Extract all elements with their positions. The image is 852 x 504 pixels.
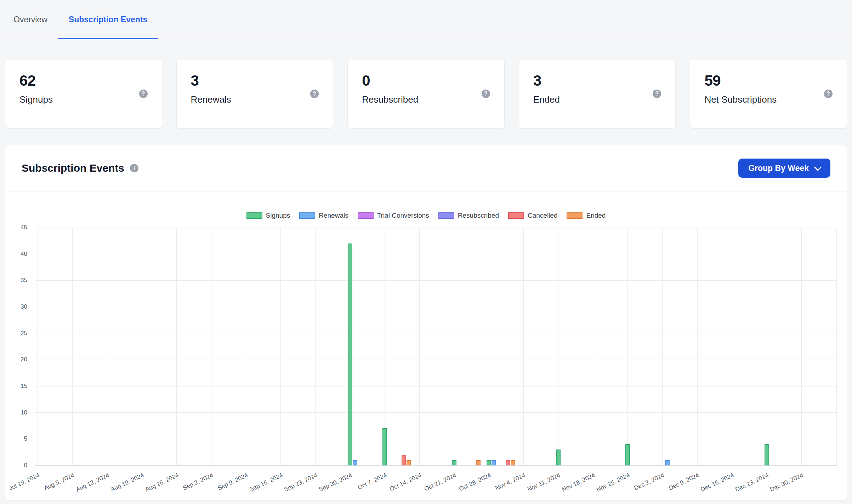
y-axis: 051015202530354045: [12, 228, 32, 465]
legend-label: Ended: [586, 212, 606, 219]
gridline-horizontal: [35, 360, 837, 360]
gridline-vertical: [627, 228, 628, 465]
x-axis-label-text: Aug 26, 2024: [144, 472, 180, 493]
x-axis-label-text: Sep 16, 2024: [248, 472, 284, 493]
x-axis: Jul 29, 2024Aug 5, 2024Aug 12, 2024Aug 1…: [35, 468, 837, 501]
bar-signups-oct-7-2024[interactable]: [382, 428, 387, 465]
bar-cancelled-oct-7-2024[interactable]: [402, 455, 406, 465]
bar-renewals-sep-30-2024[interactable]: [353, 460, 357, 465]
stat-label: Renewals: [191, 94, 319, 105]
x-axis-label-text: Oct 7, 2024: [357, 472, 388, 491]
bar-ended-oct-21-2024[interactable]: [476, 460, 481, 465]
bar-renewals-oct-28-2024[interactable]: [492, 460, 496, 465]
chart-panel-header: Subscription Events i Group By Week: [5, 145, 847, 191]
bar-ended-oct-28-2024[interactable]: [511, 460, 515, 465]
y-axis-label: 35: [21, 276, 27, 284]
gridline-vertical: [558, 228, 558, 465]
panel-title-wrap: Subscription Events i: [22, 162, 138, 174]
bar-cancelled-oct-28-2024[interactable]: [506, 460, 510, 465]
gridline-vertical: [211, 228, 211, 465]
help-icon[interactable]: ?: [139, 90, 148, 98]
gridline-vertical: [662, 228, 663, 465]
info-icon[interactable]: i: [130, 164, 138, 172]
stat-value: 3: [533, 72, 661, 89]
stat-card-resubscribed: 0Resubscribed?: [347, 59, 505, 128]
y-axis-label: 20: [21, 356, 27, 363]
gridline-horizontal: [35, 228, 837, 228]
x-axis-label-text: Dec 23, 2024: [734, 472, 769, 493]
chart-panel: Subscription Events i Group By Week Sign…: [5, 145, 847, 501]
legend-swatch: [508, 212, 524, 219]
bar-renewals-dec-2-2024[interactable]: [665, 460, 670, 465]
gridline-horizontal: [35, 386, 837, 386]
x-axis-label-text: Sep 9, 2024: [217, 472, 249, 492]
legend-swatch: [438, 212, 454, 219]
legend-item-signups[interactable]: Signups: [246, 212, 290, 219]
x-axis-label-text: Oct 21, 2024: [423, 472, 458, 493]
gridline-vertical: [142, 228, 142, 465]
legend-label: Trial Conversions: [377, 212, 429, 219]
chart-legend: SignupsRenewalsTrial ConversionsResubscr…: [5, 211, 847, 220]
x-axis-label-text: Dec 30, 2024: [769, 472, 804, 493]
bar-signups-oct-28-2024[interactable]: [487, 460, 491, 465]
help-icon[interactable]: ?: [482, 90, 490, 98]
gridline-vertical: [523, 228, 524, 465]
legend-item-resubscribed[interactable]: Resubscribed: [438, 212, 499, 219]
x-axis-label-text: Dec 9, 2024: [668, 472, 700, 492]
x-axis-label-text: Nov 4, 2024: [494, 472, 527, 492]
x-axis-label-text: Oct 28, 2024: [458, 472, 492, 493]
y-axis-label: 0: [24, 462, 27, 469]
y-axis-label: 25: [21, 330, 27, 337]
legend-swatch: [358, 212, 374, 219]
x-axis-label-text: Nov 25, 2024: [595, 472, 631, 493]
tab-bar: OverviewSubscription Events: [0, 0, 852, 39]
stat-cards-row: 62Signups?3Renewals?0Resubscribed?3Ended…: [0, 59, 852, 128]
stat-label: Ended: [533, 94, 661, 105]
y-axis-label: 5: [24, 435, 27, 443]
gridline-vertical: [72, 228, 73, 465]
group-by-week-button[interactable]: Group By Week: [738, 159, 830, 178]
gridline-horizontal: [35, 307, 837, 307]
help-icon[interactable]: ?: [824, 90, 833, 98]
gridline-vertical: [315, 228, 316, 465]
gridline-vertical: [38, 228, 38, 465]
help-icon[interactable]: ?: [310, 90, 319, 98]
x-axis-label-text: Dec 16, 2024: [699, 472, 735, 493]
help-icon[interactable]: ?: [653, 90, 661, 98]
gridline-horizontal: [35, 439, 837, 439]
page: OverviewSubscription Events 62Signups?3R…: [0, 0, 852, 504]
gridline-vertical: [280, 228, 281, 465]
gridline-horizontal: [35, 465, 837, 466]
bar-signups-nov-25-2024[interactable]: [625, 444, 630, 465]
y-axis-label: 30: [21, 303, 27, 311]
x-axis-label-text: Sep 2, 2024: [182, 472, 215, 492]
bar-signups-nov-11-2024[interactable]: [556, 449, 561, 465]
chart-plot: [35, 228, 837, 465]
stat-value: 62: [19, 72, 148, 89]
gridline-vertical: [176, 228, 177, 465]
bar-signups-oct-21-2024[interactable]: [452, 460, 456, 465]
tab-overview[interactable]: Overview: [3, 0, 58, 39]
legend-swatch: [567, 212, 583, 219]
y-axis-label: 45: [21, 224, 27, 231]
legend-label: Resubscribed: [458, 212, 499, 219]
bar-signups-sep-30-2024[interactable]: [348, 244, 352, 465]
tab-subscription-events[interactable]: Subscription Events: [58, 0, 158, 39]
x-axis-label-text: Sep 30, 2024: [318, 472, 353, 493]
legend-item-renewals[interactable]: Renewals: [299, 212, 348, 219]
panel-title: Subscription Events: [22, 162, 124, 174]
stat-label: Signups: [19, 94, 148, 105]
legend-item-ended[interactable]: Ended: [567, 212, 606, 219]
x-axis-label-text: Aug 5, 2024: [43, 472, 76, 492]
x-axis-label-text: Nov 18, 2024: [561, 472, 596, 493]
stat-card-ended: 3Ended?: [519, 59, 676, 128]
x-axis-label-text: Aug 12, 2024: [75, 472, 110, 493]
bar-ended-oct-7-2024[interactable]: [407, 460, 411, 465]
x-axis-label-text: Nov 11, 2024: [526, 472, 561, 493]
legend-item-cancelled[interactable]: Cancelled: [508, 212, 558, 219]
stat-value: 3: [191, 72, 319, 89]
legend-item-trial-conversions[interactable]: Trial Conversions: [358, 212, 429, 219]
gridline-vertical: [489, 228, 489, 465]
y-axis-label: 10: [21, 409, 27, 417]
bar-signups-dec-23-2024[interactable]: [765, 444, 769, 465]
